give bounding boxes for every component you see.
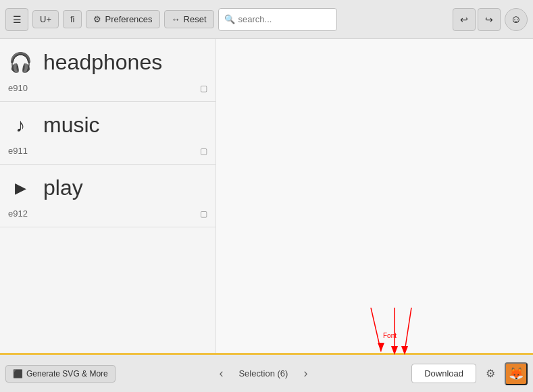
- bottom-center: ‹ Selection (6) ›: [120, 364, 407, 383]
- toolbar: ☰ U+ fi ⚙ Preferences ↔ Reset 🔍 ↩ ↪ ☺: [0, 0, 533, 39]
- copy-icon-music[interactable]: ▢: [200, 146, 207, 156]
- next-button[interactable]: ›: [296, 364, 315, 383]
- back-button[interactable]: ↩: [453, 8, 476, 31]
- icon-code-row-play: e912 ▢: [8, 206, 207, 221]
- copy-icon-headphones[interactable]: ▢: [200, 84, 207, 93]
- download-button[interactable]: Download: [411, 364, 476, 383]
- u-plus-label: U+: [40, 14, 51, 24]
- icon-code-row-headphones: e910 ▢: [8, 80, 207, 96]
- list-item[interactable]: 🎧 headphones e910 ▢: [0, 39, 215, 102]
- music-code: e911: [8, 146, 28, 156]
- face-icon: ☺: [511, 13, 522, 26]
- next-icon: ›: [303, 366, 307, 381]
- settings-gear-button[interactable]: ⚙: [480, 364, 501, 384]
- search-icon: 🔍: [224, 14, 235, 24]
- prev-icon: ‹: [219, 366, 223, 381]
- headphones-label: headphones: [43, 50, 162, 75]
- prev-button[interactable]: ‹: [211, 364, 230, 383]
- play-label: play: [43, 175, 83, 200]
- user-face-button[interactable]: ☺: [505, 8, 528, 31]
- forward-button[interactable]: ↪: [478, 8, 501, 31]
- bottom-left: ⬛ Generate SVG & More: [5, 365, 116, 383]
- search-box: 🔍: [218, 8, 338, 31]
- preferences-button[interactable]: ⚙ Preferences: [86, 10, 159, 28]
- fi-button[interactable]: fi: [63, 10, 82, 28]
- icon-item-header-play: ▶ play: [8, 175, 207, 200]
- play-glyph: ▶: [8, 179, 32, 197]
- selection-count: Selection (6): [238, 368, 288, 379]
- copy-icon-play[interactable]: ▢: [200, 209, 207, 219]
- icon-list: 🎧 headphones e910 ▢ ♪ music e911 ▢ ▶ pla…: [0, 39, 216, 353]
- right-panel: [216, 39, 533, 353]
- generate-svg-button[interactable]: ⬛ Generate SVG & More: [5, 365, 116, 383]
- fi-label: fi: [70, 14, 75, 24]
- main-content: 🎧 headphones e910 ▢ ♪ music e911 ▢ ▶ pla…: [0, 39, 533, 353]
- bottom-bar: Font ⬛ Generate SVG & More ‹ Selection (…: [0, 353, 533, 392]
- list-item[interactable]: ♪ music e911 ▢: [0, 102, 215, 165]
- list-item[interactable]: ▶ play e912 ▢: [0, 165, 215, 227]
- gear-icon: ⚙: [93, 14, 101, 24]
- nav-buttons: ↩ ↪: [453, 8, 501, 31]
- reset-button[interactable]: ↔ Reset: [164, 10, 214, 28]
- reset-icon: ↔: [172, 14, 180, 24]
- icon-item-header-headphones: 🎧 headphones: [8, 50, 207, 75]
- menu-icon: ☰: [13, 14, 22, 25]
- generate-svg-icon: ⬛: [13, 369, 23, 379]
- settings-gear-icon: ⚙: [486, 367, 495, 380]
- u-plus-button[interactable]: U+: [32, 10, 59, 28]
- play-code: e912: [8, 208, 28, 219]
- icon-item-header-music: ♪ music: [8, 113, 207, 138]
- music-label: music: [43, 113, 100, 138]
- search-input[interactable]: [238, 14, 332, 24]
- fox-icon: 🦊: [509, 366, 524, 381]
- menu-button[interactable]: ☰: [5, 8, 28, 31]
- back-icon: ↩: [460, 14, 468, 25]
- headphones-glyph: 🎧: [8, 51, 32, 74]
- fox-button[interactable]: 🦊: [505, 362, 528, 385]
- forward-icon: ↪: [485, 14, 493, 25]
- headphones-code: e910: [8, 83, 28, 93]
- music-glyph: ♪: [8, 115, 32, 136]
- icon-code-row-music: e911 ▢: [8, 143, 207, 159]
- bottom-right: Download ⚙ 🦊: [411, 362, 528, 385]
